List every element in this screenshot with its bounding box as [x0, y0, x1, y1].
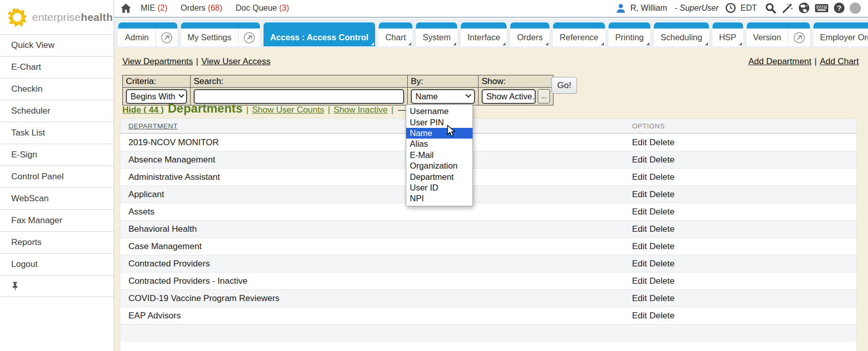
department-name: COVID-19 Vaccine Program Reviewers [120, 293, 632, 304]
delete-link[interactable]: Delete [649, 172, 674, 182]
dropdown-option-alias[interactable]: Alias [406, 139, 472, 149]
show-more-options-button[interactable]: ... [538, 89, 550, 103]
tab-orders[interactable]: Orders [510, 22, 549, 46]
department-name: Contracted Providers - Inactive [120, 276, 632, 286]
delete-link[interactable]: Delete [649, 259, 674, 269]
delete-link[interactable]: Delete [649, 155, 674, 165]
sunburst-logo-icon [7, 7, 28, 28]
sidebar-item-e-sign[interactable]: E-Sign [0, 144, 114, 166]
help-icon[interactable]: ? [833, 2, 845, 14]
keyboard-icon[interactable] [814, 3, 829, 13]
sidebar-item-fax-manager[interactable]: Fax Manager [0, 209, 114, 231]
sidebar-item-quick-view[interactable]: Quick View [0, 34, 114, 56]
table-row: Case Management EditDelete [120, 238, 856, 255]
view-user-access-link[interactable]: View User Access [201, 57, 271, 66]
sidebar-item-scheduler[interactable]: Scheduler [0, 100, 114, 122]
tab-chart[interactable]: Chart [379, 22, 412, 46]
external-link-icon[interactable] [788, 29, 810, 46]
nav-orders[interactable]: Orders (68) [180, 4, 222, 13]
dropdown-option-department[interactable]: Department [406, 171, 472, 182]
tab-printing[interactable]: Printing [609, 22, 650, 46]
delete-link[interactable]: Delete [649, 241, 674, 252]
tab-employer-organization[interactable]: Employer Orga [813, 22, 868, 46]
edit-link[interactable]: Edit [632, 172, 647, 182]
edit-link[interactable]: Edit [632, 259, 647, 269]
add-chart-link[interactable]: Add Chart [820, 57, 859, 66]
clock-icon[interactable] [725, 3, 736, 13]
external-link-icon[interactable] [238, 29, 260, 46]
edit-link[interactable]: Edit [632, 190, 647, 200]
hide-count-link[interactable]: Hide ( 44 ) [122, 105, 164, 115]
add-department-link[interactable]: Add Department [748, 57, 811, 66]
tab-access-access-control[interactable]: Access : Access Control [264, 22, 375, 46]
search-icon[interactable] [765, 2, 777, 14]
table-row: Contracted Providers - Inactive EditDele… [120, 273, 856, 290]
edit-link[interactable]: Edit [632, 241, 647, 252]
delete-link[interactable]: Delete [649, 190, 674, 200]
delete-link[interactable]: Delete [649, 311, 674, 321]
tab-version[interactable]: Version [747, 22, 810, 46]
user-name[interactable]: R, William [630, 4, 667, 13]
nav-mie[interactable]: MIE (2) [141, 4, 167, 13]
go-button[interactable]: Go! [551, 77, 577, 94]
show-select-value: Show Active... [486, 92, 536, 101]
delete-link[interactable]: Delete [649, 293, 674, 304]
sidebar-item-webscan[interactable]: WebScan [0, 187, 114, 209]
show-inactive-link[interactable]: Show Inactive [334, 105, 388, 115]
enterprise-health-logo[interactable]: enterprisehealth [0, 0, 114, 34]
tab-system[interactable]: System [416, 22, 457, 46]
sidebar-item-task-list[interactable]: Task List [0, 122, 114, 144]
avatar[interactable] [850, 3, 861, 14]
chevron-down-icon [178, 92, 184, 98]
nav-count-badge: (2) [157, 4, 168, 12]
globe-icon[interactable] [798, 2, 810, 14]
tab-scheduling[interactable]: Scheduling [654, 22, 709, 46]
delete-link[interactable]: Delete [649, 224, 674, 234]
edit-link[interactable]: Edit [632, 311, 647, 321]
dropdown-option-user-id[interactable]: User ID [406, 182, 472, 193]
home-icon[interactable] [120, 3, 131, 13]
dropdown-option-organization[interactable]: Organization [406, 160, 472, 171]
dropdown-option-npi[interactable]: NPI [406, 193, 472, 204]
nav-doc-queue[interactable]: Doc Queue (3) [235, 4, 289, 13]
tab-label: Chart [379, 29, 412, 46]
show-user-counts-link[interactable]: Show User Counts [252, 105, 324, 115]
edit-link[interactable]: Edit [632, 155, 647, 165]
delete-link[interactable]: Delete [649, 207, 674, 217]
delete-link[interactable]: Delete [649, 276, 674, 286]
department-column-header[interactable]: DEPARTMENT [120, 122, 632, 130]
svg-text:?: ? [837, 4, 841, 12]
view-departments-link[interactable]: View Departments [122, 57, 193, 66]
sidebar-item-control-panel[interactable]: Control Panel [0, 166, 114, 187]
nav-count-badge: (68) [208, 4, 222, 12]
edit-link[interactable]: Edit [632, 293, 647, 304]
table-row: Contracted Providers EditDelete [120, 255, 856, 273]
edit-link[interactable]: Edit [632, 276, 647, 286]
dropdown-option-e-mail[interactable]: E-Mail [406, 150, 472, 160]
tab-interface[interactable]: Interface [461, 22, 507, 46]
sidebar-item-checkin[interactable]: Checkin [0, 78, 114, 100]
sidebar-item-logout[interactable]: Logout [0, 253, 114, 275]
edit-link[interactable]: Edit [632, 207, 647, 217]
external-link-icon[interactable] [155, 29, 177, 46]
tab-reference[interactable]: Reference [553, 22, 605, 46]
delete-link[interactable]: Delete [649, 138, 674, 148]
sidebar-item-reports[interactable]: Reports [0, 231, 114, 253]
sidebar-item-label: Scheduler [11, 106, 50, 116]
show-select[interactable]: Show Active... [482, 89, 536, 104]
section-title: Departments [168, 101, 243, 116]
dropdown-option-name[interactable]: Name [406, 128, 472, 139]
search-column-header: Search: [191, 75, 408, 88]
dropdown-option-username[interactable]: Username [406, 106, 472, 117]
sidebar-pin-toggle[interactable] [0, 275, 114, 297]
tab-hsp[interactable]: HSP [713, 22, 743, 46]
edit-link[interactable]: Edit [632, 138, 647, 148]
by-select[interactable]: Name [411, 89, 475, 104]
tab-my-settings[interactable]: My Settings [181, 22, 260, 46]
edit-link[interactable]: Edit [632, 224, 647, 234]
dropdown-option-user-pin[interactable]: User PIN [406, 117, 472, 127]
sidebar-item-e-chart[interactable]: E-Chart [0, 56, 114, 78]
tab-admin[interactable]: Admin [118, 22, 177, 46]
magic-wand-icon[interactable] [781, 2, 794, 14]
tab-caret-icon [646, 42, 649, 45]
